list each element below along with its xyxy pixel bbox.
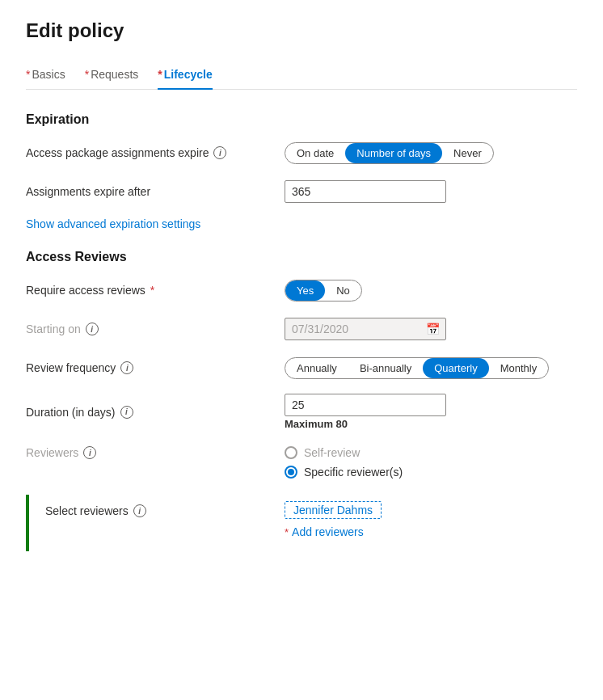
reviewers-control: Self-review Specific reviewer(s) [285, 446, 577, 479]
frequency-row: Review frequency i Annually Bi-annually … [26, 355, 577, 381]
frequency-options: Annually Bi-annually Quarterly Monthly [285, 357, 577, 379]
reviewer-name[interactable]: Jennifer Dahms [285, 501, 382, 519]
freq-bi-annually-btn[interactable]: Bi-annually [348, 358, 423, 378]
access-reviews-section-title: Access Reviews [26, 250, 577, 264]
select-reviewers-info-icon[interactable]: i [133, 504, 146, 517]
self-review-label: Self-review [304, 446, 360, 459]
expire-after-input[interactable] [285, 180, 446, 203]
reviewer-content: Jennifer Dahms * Add reviewers [285, 501, 577, 538]
require-row: Require access reviews * Yes No [26, 277, 577, 303]
reviewers-label: Reviewers i [26, 446, 285, 459]
require-options: Yes No [285, 280, 577, 302]
expire-options: On date Number of days Never [285, 142, 577, 164]
advanced-link-row: Show advanced expiration settings [26, 217, 577, 230]
expiration-section-title: Expiration [26, 112, 577, 127]
require-asterisk: * [150, 284, 154, 297]
expire-after-row: Assignments expire after [26, 179, 577, 205]
starting-row: Starting on i 📅 [26, 316, 577, 342]
tab-requests[interactable]: Requests [85, 61, 139, 89]
self-review-radio[interactable] [285, 446, 297, 459]
starting-info-icon[interactable]: i [86, 323, 99, 335]
freq-quarterly-btn[interactable]: Quarterly [423, 358, 488, 378]
tab-lifecycle[interactable]: Lifecycle [158, 61, 212, 89]
expire-never-btn[interactable]: Never [442, 143, 493, 163]
reviewers-row: Reviewers i Self-review Specific reviewe… [26, 443, 577, 479]
expire-label: Access package assignments expire i [26, 146, 285, 159]
page-title: Edit policy [26, 19, 577, 42]
add-reviewers-link[interactable]: Add reviewers [292, 525, 364, 538]
require-yes-btn[interactable]: Yes [285, 280, 325, 301]
expire-on-date-btn[interactable]: On date [285, 143, 345, 163]
frequency-toggle-group: Annually Bi-annually Quarterly Monthly [285, 357, 549, 379]
duration-label: Duration (in days) i [26, 406, 285, 419]
duration-control: Maximum 80 [285, 394, 577, 430]
duration-input[interactable] [285, 394, 446, 416]
specific-reviewer-option[interactable]: Specific reviewer(s) [285, 466, 577, 479]
date-input-wrap: 📅 [285, 318, 446, 340]
specific-reviewer-label: Specific reviewer(s) [304, 466, 403, 479]
expire-after-label: Assignments expire after [26, 185, 285, 198]
expire-toggle-group: On date Number of days Never [285, 142, 494, 164]
freq-annually-btn[interactable]: Annually [285, 358, 348, 378]
expire-info-icon[interactable]: i [213, 146, 226, 159]
expire-num-days-btn[interactable]: Number of days [345, 143, 442, 163]
self-review-option[interactable]: Self-review [285, 446, 577, 459]
add-reviewers-row[interactable]: * Add reviewers [285, 525, 364, 538]
tab-bar: Basics Requests Lifecycle [26, 61, 577, 90]
add-required-star: * [285, 526, 289, 538]
starting-date-input[interactable] [285, 318, 446, 340]
advanced-expiration-link[interactable]: Show advanced expiration settings [26, 217, 200, 230]
require-toggle-group: Yes No [285, 280, 362, 302]
reviewers-info-icon[interactable]: i [83, 446, 96, 459]
select-reviewers-label: Select reviewers i [45, 501, 285, 517]
select-reviewers-section: Select reviewers i Jennifer Dahms * Add … [26, 495, 577, 551]
expire-row: Access package assignments expire i On d… [26, 140, 577, 166]
expire-after-control [285, 180, 577, 203]
freq-monthly-btn[interactable]: Monthly [489, 358, 549, 378]
max-label: Maximum 80 [285, 418, 577, 430]
starting-label: Starting on i [26, 323, 285, 335]
frequency-info-icon[interactable]: i [120, 361, 133, 374]
starting-control: 📅 [285, 318, 577, 340]
duration-value-block: Maximum 80 [285, 394, 577, 430]
reviewer-radio-group: Self-review Specific reviewer(s) [285, 446, 577, 479]
require-no-btn[interactable]: No [325, 280, 361, 301]
duration-row: Duration (in days) i Maximum 80 [26, 394, 577, 430]
require-label: Require access reviews * [26, 284, 285, 297]
frequency-label: Review frequency i [26, 361, 285, 374]
tab-basics[interactable]: Basics [26, 61, 65, 89]
duration-info-icon[interactable]: i [120, 406, 133, 419]
specific-reviewer-radio[interactable] [285, 466, 297, 479]
